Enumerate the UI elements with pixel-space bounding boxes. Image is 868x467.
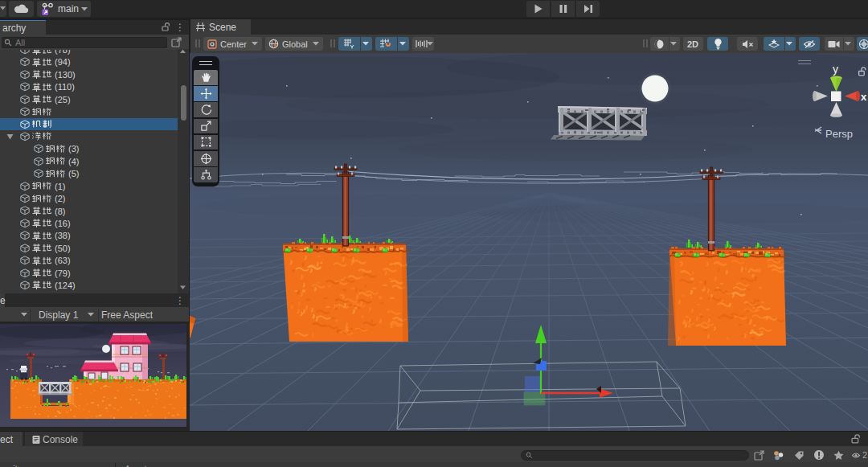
svg-text:y: y — [833, 63, 838, 76]
svg-text:Persp: Persp — [825, 128, 853, 140]
svg-text:x: x — [861, 91, 867, 103]
